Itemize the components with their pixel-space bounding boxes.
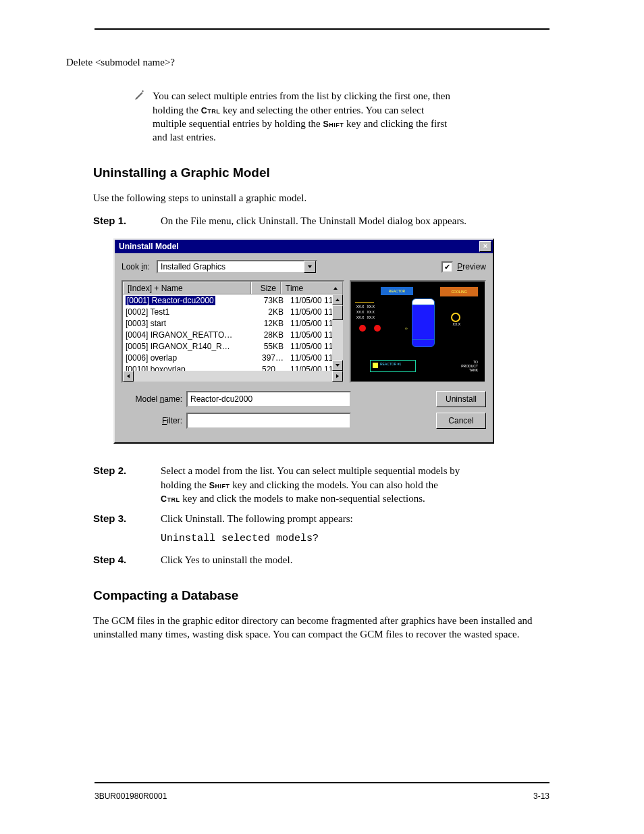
sort-up-icon[interactable]: [333, 286, 338, 291]
vertical-scrollbar[interactable]: [332, 294, 343, 371]
footer-left: 3BUR001980R0001: [95, 791, 167, 801]
preview-checkbox[interactable]: ✔: [441, 261, 453, 273]
dropdown-arrow-icon[interactable]: [304, 261, 316, 273]
step3-body: Click Uninstall. The following prompt ap…: [161, 512, 549, 525]
scroll-up-icon[interactable]: [332, 294, 343, 305]
dialog-titlebar[interactable]: Uninstall Model ×: [115, 240, 493, 253]
step2-mid1: holding the: [161, 479, 209, 490]
model-list[interactable]: [Index] + Name Size Time [0001] Reactor-…: [122, 280, 344, 383]
preview-xx1: XX.X XX.X: [356, 305, 375, 309]
step2-line3: key and click the models to make non-seq…: [180, 493, 425, 504]
uninstall-model-dialog: Uninstall Model × Look in: Installed Gra…: [113, 238, 494, 444]
step4-label: Step 4.: [93, 553, 161, 567]
col-time-text: Time: [286, 283, 303, 294]
step2-mid2: key and clicking the models. You can als…: [230, 479, 438, 490]
preview-xx2: XX.X XX.X: [356, 310, 375, 315]
dialog-title: Uninstall Model: [119, 241, 479, 252]
preview-reactor-label: REACTOR #1: [380, 362, 401, 367]
preview-header2: COOLING: [440, 287, 478, 296]
list-item[interactable]: [0006] overlap397…11/05/00 11…: [123, 352, 332, 363]
lookin-label-pre: Look: [122, 262, 141, 271]
filter-label-post: ilter:: [167, 416, 182, 425]
compact-heading: Compacting a Database: [93, 587, 549, 604]
step4-body: Click Yes to uninstall the model.: [161, 553, 549, 567]
step2-label: Step 2.: [93, 464, 161, 505]
preview-xx3: XX.X XX.X: [356, 315, 375, 320]
uninstall-intro: Use the following steps to uninstall a g…: [93, 191, 549, 205]
note-line2c: multiple sequential entries by holding t…: [153, 118, 323, 129]
preview-vessel-bot: [412, 339, 435, 347]
list-item[interactable]: [0001] Reactor-dcu200073KB11/05/00 11…: [123, 294, 332, 306]
preview-valve1-icon: [359, 325, 366, 332]
lookin-value: Installed Graphics: [161, 261, 304, 272]
modelname-value: Reactor-dcu2000: [190, 394, 252, 405]
note-line2d: key and clicking the first: [344, 118, 447, 129]
shift-keycap: Shift: [323, 120, 344, 129]
list-header[interactable]: [Index] + Name Size Time: [123, 282, 343, 294]
preview-line: [355, 302, 374, 303]
scroll-thumb[interactable]: [332, 305, 343, 320]
top-rule: [95, 28, 549, 30]
list-item[interactable]: [0003] start12KB11/05/00 11…: [123, 317, 332, 329]
shift-keycap-2: Shift: [209, 481, 230, 490]
preview-xx4: XX.X: [453, 322, 460, 327]
modelname-label-pre: Model: [136, 394, 160, 404]
uninstall-heading: Uninstalling a Graphic Model: [93, 164, 549, 182]
footer-right: 3-13: [533, 791, 549, 801]
preview-pump-icon: [451, 313, 460, 322]
modelname-label: Model name:: [122, 394, 186, 405]
col-size[interactable]: Size: [251, 282, 281, 294]
preview-header1: REACTOR: [381, 287, 413, 295]
preview-pane: REACTOR COOLING XX.X XX.X XX.X XX.X XX.X…: [350, 280, 486, 383]
horizontal-scrollbar[interactable]: [123, 371, 343, 382]
lookin-label: Look in:: [122, 261, 150, 272]
scroll-left-icon[interactable]: [123, 371, 134, 382]
ctrl-keycap-2: Ctrl: [161, 494, 180, 504]
step1-body: On the File menu, click Uninstall. The U…: [161, 214, 549, 228]
col-time[interactable]: Time: [281, 282, 343, 294]
preview-reactor-label-box: REACTOR #1: [370, 360, 416, 372]
lookin-label-post: n:: [143, 262, 150, 271]
cancel-button[interactable]: Cancel: [436, 413, 486, 429]
col-name[interactable]: [Index] + Name: [123, 282, 251, 294]
preview-label-rest: review: [462, 262, 486, 271]
preview-vessel-mid: [412, 305, 435, 341]
uninstall-button[interactable]: Uninstall: [436, 391, 486, 407]
preview-valve2-icon: [374, 325, 381, 332]
uninstall-prompt-mono: Uninstall selected models?: [161, 532, 549, 546]
note-line3: and last entries.: [153, 132, 216, 142]
list-item[interactable]: [0004] IRGANOX_REATTO…28KB11/05/00 11…: [123, 329, 332, 340]
modelname-label-post: ame:: [164, 394, 182, 404]
step3-label: Step 3.: [93, 512, 161, 525]
step2-line1: Select a model from the list. You can se…: [161, 465, 460, 476]
list-item[interactable]: [0002] Test12KB11/05/00 11…: [123, 306, 332, 317]
note-line1: You can select multiple entries from the…: [153, 90, 450, 101]
step2-body: Select a model from the list. You can se…: [161, 464, 549, 505]
filter-field[interactable]: [186, 413, 351, 429]
scroll-down-icon[interactable]: [332, 360, 343, 371]
pencil-icon: [134, 89, 146, 101]
list-item[interactable]: [0010] boxovrlap520…11/05/00 11…: [123, 363, 332, 371]
preview-label: Preview: [457, 261, 486, 272]
note-line2a: holding the: [153, 105, 201, 115]
compact-p1: The GCM files in the graphic editor dire…: [93, 614, 549, 642]
preview-infinity-icon: ∞: [405, 326, 408, 331]
modelname-field[interactable]: Reactor-dcu2000: [186, 391, 351, 407]
note-text: You can select multiple entries from the…: [153, 89, 549, 144]
lookin-select[interactable]: Installed Graphics: [157, 260, 317, 273]
note-line2b: key and selecting the other entries. You…: [220, 105, 424, 115]
ctrl-keycap: Ctrl: [201, 106, 221, 115]
scroll-right-icon[interactable]: [332, 371, 343, 382]
close-icon[interactable]: ×: [479, 241, 491, 252]
delete-prompt: Delete <submodel name>?: [66, 55, 549, 69]
step1-label: Step 1.: [93, 214, 161, 228]
bottom-rule: [95, 782, 549, 783]
filter-label: Filter:: [122, 415, 186, 426]
list-item[interactable]: [0005] IRGANOX_R140_R…55KB11/05/00 11…: [123, 340, 332, 352]
preview-tank: TANK: [469, 368, 478, 373]
